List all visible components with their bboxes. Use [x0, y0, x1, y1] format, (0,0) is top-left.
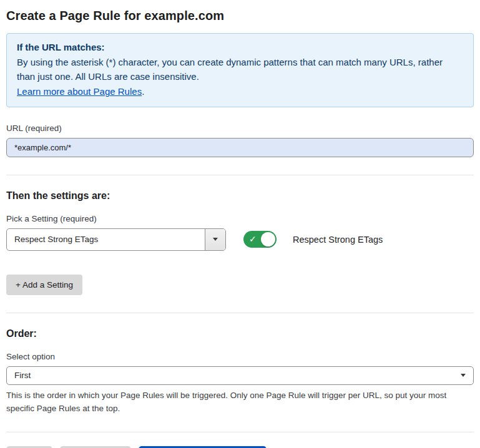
learn-more-link[interactable]: Learn more about Page Rules — [17, 86, 142, 97]
info-box-body: By using the asterisk (*) character, you… — [17, 55, 463, 84]
pick-setting-label: Pick a Setting (required) — [6, 214, 474, 223]
check-icon: ✓ — [249, 233, 257, 245]
etags-toggle[interactable]: ✓ — [243, 231, 277, 248]
link-period: . — [142, 86, 144, 97]
order-select-label: Select option — [6, 352, 474, 361]
order-select-value: First — [14, 371, 31, 380]
save-draft-button[interactable]: Save as Draft — [60, 446, 131, 448]
settings-heading: Then the settings are: — [6, 190, 474, 202]
page-rule-form: Create a Page Rule for example.com If th… — [0, 0, 480, 448]
chevron-down-icon — [213, 238, 218, 241]
url-input[interactable] — [6, 138, 474, 157]
info-box-heading: If the URL matches: — [17, 40, 463, 55]
setting-select[interactable]: Respect Strong ETags — [6, 228, 226, 251]
divider — [6, 175, 474, 175]
info-box-link-line: Learn more about Page Rules. — [17, 84, 463, 99]
setting-select-caret-button[interactable] — [205, 229, 225, 250]
url-match-info-box: If the URL matches: By using the asteris… — [6, 33, 474, 107]
cancel-button[interactable]: Cancel — [6, 446, 52, 448]
setting-row: Respect Strong ETags ✓ Respect Strong ET… — [6, 228, 474, 251]
footer-actions: Cancel Save as Draft Save and Deploy Pag… — [6, 432, 474, 448]
save-deploy-button[interactable]: Save and Deploy Page Rule — [139, 446, 267, 448]
add-setting-button[interactable]: + Add a Setting — [6, 275, 82, 295]
chevron-down-icon — [461, 374, 466, 377]
order-heading: Order: — [6, 328, 474, 339]
order-help-text: This is the order in which your Page Rul… — [6, 389, 471, 416]
setting-select-value: Respect Strong ETags — [7, 229, 205, 250]
url-label: URL (required) — [6, 124, 474, 133]
page-title: Create a Page Rule for example.com — [6, 9, 474, 23]
order-select[interactable]: First — [6, 366, 474, 385]
toggle-label: Respect Strong ETags — [293, 235, 383, 245]
divider — [6, 313, 474, 313]
toggle-knob — [261, 232, 275, 246]
